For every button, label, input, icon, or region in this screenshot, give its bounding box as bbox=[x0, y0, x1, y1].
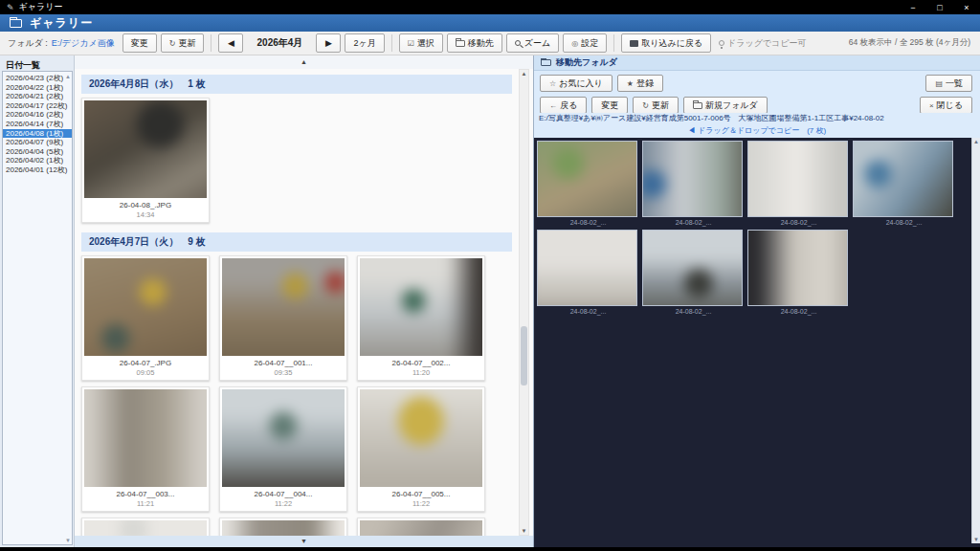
register-button[interactable]: ★登録 bbox=[617, 75, 663, 92]
back-to-import-button[interactable]: 取り込みに戻る bbox=[621, 33, 711, 53]
panel-scrollbar[interactable]: ▲ ▼ bbox=[971, 138, 980, 543]
date-list-item[interactable]: 2026/04/02 (1枚) bbox=[3, 156, 72, 165]
photo-thumbnail[interactable] bbox=[360, 389, 482, 487]
date-list-item[interactable]: 2026/04/23 (2枚) bbox=[3, 74, 72, 83]
date-list-items: 2026/04/23 (2枚)2026/04/22 (1枚)2026/04/21… bbox=[3, 74, 72, 175]
list-view-button[interactable]: ▤一覧 bbox=[925, 75, 972, 92]
checkbox-icon: ☑ bbox=[408, 39, 414, 48]
prev-month-button[interactable]: ◀ bbox=[218, 33, 243, 53]
photo-card[interactable]: 26-04-07__001...09:35 bbox=[219, 255, 347, 381]
photo-thumbnail[interactable] bbox=[222, 520, 345, 536]
date-list-item[interactable]: 2026/04/08 (1枚) bbox=[3, 129, 72, 139]
photo-thumbnail[interactable] bbox=[747, 230, 848, 306]
photo-thumbnail[interactable] bbox=[853, 141, 953, 217]
dest-thumb[interactable]: 24-08-02_... bbox=[537, 141, 639, 228]
date-list: 2026/04/23 (2枚)2026/04/22 (1枚)2026/04/21… bbox=[2, 71, 73, 545]
date-list-item[interactable]: 2026/04/07 (9枚) bbox=[3, 138, 72, 147]
dest-thumb[interactable]: 24-08-02_... bbox=[642, 230, 745, 317]
toolbar-separator bbox=[391, 34, 392, 52]
photo-thumbnail[interactable] bbox=[222, 389, 345, 487]
photo-card[interactable] bbox=[81, 518, 210, 536]
photo-thumbnail[interactable] bbox=[747, 141, 848, 217]
favorites-button[interactable]: ☆お気に入り bbox=[540, 75, 612, 92]
photo-thumbnail[interactable] bbox=[84, 258, 207, 356]
folder-path-link[interactable]: E:/デジカメ画像 bbox=[52, 37, 115, 50]
date-list-item[interactable]: 2026/04/01 (12枚) bbox=[3, 165, 72, 175]
photo-thumbnail[interactable] bbox=[360, 520, 482, 536]
scroll-up-icon[interactable]: ▲ bbox=[65, 74, 71, 79]
zoom-button[interactable]: ズーム bbox=[506, 33, 559, 53]
photo-thumbnail[interactable] bbox=[84, 389, 207, 487]
two-month-button[interactable]: 2ヶ月 bbox=[345, 33, 384, 53]
photo-thumbnail[interactable] bbox=[537, 141, 637, 217]
magnifier-icon bbox=[515, 40, 521, 46]
app-icon: ✎ bbox=[7, 3, 14, 12]
date-list-item[interactable]: 2026/04/04 (5枚) bbox=[3, 147, 72, 157]
back-button[interactable]: ←戻る bbox=[540, 97, 587, 114]
photo-card[interactable]: 26-04-08_.JPG14:34 bbox=[81, 98, 210, 223]
close-panel-button[interactable]: ×閉じる bbox=[920, 97, 972, 114]
window-title: ギャラリー bbox=[19, 1, 63, 13]
scroll-down-strip[interactable]: ▼ bbox=[75, 536, 533, 547]
date-list-item[interactable]: 2026/04/22 (1枚) bbox=[3, 83, 72, 93]
photo-card[interactable]: 26-04-07__005...11:22 bbox=[357, 386, 485, 512]
dest-thumb[interactable]: 24-08-02_... bbox=[747, 141, 850, 228]
date-sidebar: 日付一覧 2026/04/23 (2枚)2026/04/22 (1枚)2026/… bbox=[0, 55, 75, 547]
change-dest-button[interactable]: 変更 bbox=[591, 97, 628, 114]
photo-filename: 26-04-07__005... bbox=[360, 490, 482, 498]
new-folder-button[interactable]: 新規フォルダ bbox=[683, 97, 768, 114]
folder-icon bbox=[456, 40, 465, 47]
scrollbar-thumb[interactable] bbox=[521, 326, 527, 386]
toolbar: フォルダ : E:/デジカメ画像 変更 ↻更新 ◀ 2026年4月 ▶ 2ヶ月 … bbox=[0, 32, 980, 55]
photo-card[interactable]: 26-04-07__004...11:22 bbox=[219, 386, 347, 512]
folder-icon bbox=[693, 102, 702, 109]
list-icon: ▤ bbox=[935, 79, 943, 88]
dest-thumb[interactable]: 24-08-02_... bbox=[747, 230, 850, 317]
date-list-item[interactable]: 2026/04/21 (2枚) bbox=[3, 92, 72, 101]
photo-filename: 26-04-07__003... bbox=[84, 490, 207, 498]
photo-card[interactable] bbox=[357, 518, 485, 536]
move-to-button[interactable]: 移動先 bbox=[447, 33, 502, 53]
close-window-button[interactable]: × bbox=[953, 0, 980, 14]
photo-card[interactable] bbox=[219, 518, 347, 536]
photo-thumbnail[interactable] bbox=[84, 100, 207, 198]
photo-thumbnail[interactable] bbox=[222, 258, 345, 356]
photo-card[interactable]: 26-04-07_.JPG09:05 bbox=[81, 255, 210, 381]
scrollbar-down-icon[interactable]: ▼ bbox=[972, 537, 980, 542]
photo-thumbnail[interactable] bbox=[84, 520, 207, 536]
dest-thumb[interactable]: 24-08-02_... bbox=[537, 230, 639, 317]
change-folder-button[interactable]: 変更 bbox=[122, 33, 157, 53]
maximize-button[interactable]: □ bbox=[926, 0, 953, 14]
photo-time: 09:35 bbox=[222, 368, 345, 377]
next-month-button[interactable]: ▶ bbox=[316, 33, 341, 53]
photo-scroll-view: 2026年4月8日（水） 1 枚26-04-08_.JPG14:342026年4… bbox=[75, 69, 533, 536]
refresh-button[interactable]: ↻更新 bbox=[161, 33, 205, 53]
photo-grid: 26-04-07_.JPG09:0526-04-07__001...09:352… bbox=[81, 255, 512, 536]
minimize-button[interactable]: − bbox=[900, 0, 926, 14]
dest-thumb[interactable]: 24-08-02_... bbox=[642, 141, 745, 228]
close-icon: × bbox=[929, 101, 934, 110]
scroll-down-icon[interactable]: ▼ bbox=[65, 538, 71, 543]
scrollbar-up-icon[interactable]: ▲ bbox=[972, 139, 980, 144]
date-list-item[interactable]: 2026/04/16 (2枚) bbox=[3, 110, 72, 120]
scrollbar-down-icon[interactable]: ▼ bbox=[520, 528, 528, 534]
photo-thumbnail[interactable] bbox=[537, 230, 637, 306]
photo-card[interactable]: 26-04-07__002...11:20 bbox=[357, 255, 485, 381]
toolbar-separator bbox=[613, 34, 614, 52]
photo-time: 11:22 bbox=[222, 499, 345, 508]
scrollbar-up-icon[interactable]: ▲ bbox=[520, 71, 528, 77]
dest-thumb[interactable]: 24-08-02_... bbox=[853, 141, 955, 228]
main-scrollbar[interactable]: ▲ ▼ bbox=[519, 69, 529, 536]
folder-icon bbox=[541, 59, 551, 66]
photo-thumbnail[interactable] bbox=[360, 258, 482, 356]
photo-card[interactable]: 26-04-07__003...11:21 bbox=[81, 386, 210, 512]
settings-button[interactable]: ◎設定 bbox=[563, 33, 607, 53]
date-list-item[interactable]: 2026/04/14 (7枚) bbox=[3, 120, 72, 129]
select-button[interactable]: ☑選択 bbox=[399, 33, 443, 53]
refresh-dest-button[interactable]: ↻更新 bbox=[633, 97, 679, 114]
photo-thumbnail[interactable] bbox=[642, 141, 743, 217]
date-section-header: 2026年4月7日（火） 9 枚 bbox=[81, 232, 512, 252]
scroll-up-strip[interactable]: ▲ bbox=[75, 55, 533, 69]
photo-thumbnail[interactable] bbox=[642, 230, 743, 306]
date-list-item[interactable]: 2026/04/17 (22枚) bbox=[3, 101, 72, 111]
